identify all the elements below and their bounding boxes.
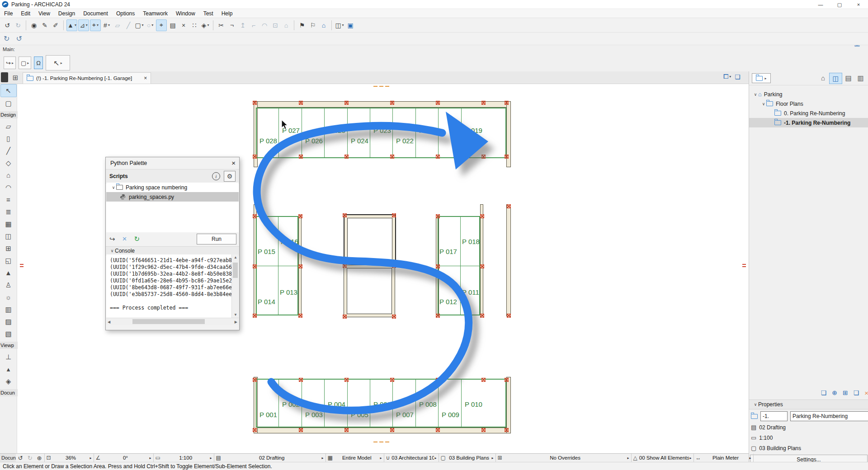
- menu-options[interactable]: Options: [112, 9, 139, 18]
- console-output[interactable]: (UUID('5f646651-21d1-4ebe-a94f-c927eab8(…: [106, 254, 232, 320]
- maximize-button[interactable]: ▢: [830, 0, 849, 9]
- close-button[interactable]: ×: [849, 0, 868, 9]
- move-tool-icon[interactable]: ⌖▾: [90, 19, 101, 31]
- quad-view-icon[interactable]: ⊞: [11, 74, 20, 82]
- split-icon[interactable]: ✂: [216, 20, 226, 31]
- door-tool[interactable]: ◫: [1, 230, 16, 242]
- flag-icon[interactable]: ⚑: [297, 20, 307, 31]
- curtain-wall-tool[interactable]: ▦: [1, 218, 16, 230]
- visor-icon[interactable]: ◫▾: [335, 20, 344, 31]
- open-script-icon[interactable]: ↪: [109, 235, 115, 243]
- skew-grid-icon[interactable]: ▱: [113, 20, 123, 31]
- arrow-cursor-tool[interactable]: ↖▸: [46, 55, 70, 70]
- quick-option-drawing-scale[interactable]: ▭1:100▸: [154, 454, 214, 462]
- hotlink-icon[interactable]: ↻: [4, 34, 9, 43]
- magnet-tool[interactable]: Ω: [34, 56, 43, 69]
- back-home-icon[interactable]: ⌂: [319, 20, 329, 31]
- chevron-down-icon[interactable]: ▾: [75, 23, 76, 27]
- chevron-down-icon[interactable]: ∨: [761, 102, 766, 106]
- pick-pen-icon[interactable]: ✐: [51, 20, 61, 31]
- scroll-left-icon[interactable]: ◀: [108, 320, 110, 324]
- publisher-icon[interactable]: ▥: [854, 73, 867, 83]
- survey-point-icon[interactable]: ⌖: [156, 19, 167, 31]
- frame-icon[interactable]: ▢▾: [134, 20, 144, 31]
- corner-icon[interactable]: ⌐: [249, 20, 259, 31]
- fillet-icon[interactable]: ◠: [259, 20, 269, 31]
- run-button[interactable]: Run: [197, 234, 236, 244]
- inject-parameters-icon[interactable]: ✎: [40, 20, 50, 31]
- property-row-pen-set[interactable]: ▢03 Building Plans: [751, 445, 801, 451]
- skylight-tool[interactable]: ◱: [1, 254, 16, 267]
- chevron-down-icon[interactable]: ▾: [86, 23, 88, 27]
- marquee-tool[interactable]: ▢: [1, 97, 16, 109]
- wall-tool[interactable]: ▱: [1, 120, 16, 132]
- undo-icon[interactable]: ↺: [2, 20, 12, 31]
- script-folder-row[interactable]: ∨ Parking space numbering: [106, 183, 239, 192]
- menu-window[interactable]: Window: [172, 9, 199, 18]
- guide-line-icon[interactable]: ╱: [123, 20, 133, 31]
- save-view-icon[interactable]: ❏: [854, 389, 859, 396]
- active-tab[interactable]: (!) -1. Parking Re-Numbering [-1. Garage…: [23, 72, 151, 84]
- navigator-item--1-parking-re-numbering[interactable]: -1. Parking Re-Numbering: [749, 118, 868, 127]
- chevron-down-icon[interactable]: ▾: [342, 23, 344, 27]
- viewpoint-id-field[interactable]: -1.: [760, 411, 788, 421]
- quick-option-fit-zoom[interactable]: ⊡36%▸: [45, 454, 94, 462]
- floor-plan-view-icon[interactable]: ◫: [829, 73, 842, 84]
- lamp-tool[interactable]: ☼: [1, 291, 16, 303]
- viewpoint-name-field[interactable]: Parking Re-Numbering: [790, 411, 868, 421]
- menu-design[interactable]: Design: [54, 9, 79, 18]
- roof-icon[interactable]: ⌂: [281, 20, 291, 31]
- column-tool[interactable]: ▯: [1, 132, 16, 145]
- zoom-forward-icon[interactable]: ↻: [28, 455, 33, 461]
- palette-title-bar[interactable]: Python Palette: [106, 157, 239, 169]
- menu-help[interactable]: Help: [217, 9, 237, 18]
- roof-tool[interactable]: ⌂: [1, 169, 16, 181]
- menu-view[interactable]: View: [34, 9, 54, 18]
- scrollbar-thumb[interactable]: [132, 319, 205, 324]
- window-tool[interactable]: ⊞: [1, 242, 16, 254]
- chevron-down-icon[interactable]: ∨: [111, 185, 116, 190]
- scroll-up-icon[interactable]: ▲: [234, 255, 237, 259]
- scrollbar-thumb[interactable]: [233, 263, 238, 278]
- stair-tool[interactable]: ≡: [1, 193, 16, 206]
- pickup-parameters-icon[interactable]: ◉: [29, 20, 39, 31]
- info-icon[interactable]: i: [212, 172, 220, 180]
- quick-option-dimension-style[interactable]: ↔Plain Meter▸: [694, 454, 754, 462]
- tab-close-icon[interactable]: ×: [144, 75, 147, 81]
- project-chooser-button[interactable]: ▸: [752, 73, 771, 83]
- railing-tool[interactable]: ≣: [1, 206, 16, 218]
- menu-teamwork[interactable]: Teamwork: [139, 9, 172, 18]
- scroll-down-icon[interactable]: ▼: [234, 313, 237, 317]
- raise-icon[interactable]: ↥: [238, 20, 248, 31]
- new-view-icon[interactable]: ⊕: [832, 389, 837, 396]
- morph-tool[interactable]: ▲: [1, 267, 16, 279]
- chevron-down-icon[interactable]: ▾: [142, 23, 144, 27]
- menu-document[interactable]: Document: [79, 9, 112, 18]
- pet-palette-tool[interactable]: ↪▸: [4, 56, 16, 69]
- navigator-item-0-parking-re-numbering[interactable]: 0. Parking Re-Numbering: [749, 108, 868, 118]
- quick-option-graphic-overrides[interactable]: ⊞No Overrides▸: [496, 454, 632, 462]
- python-palette-window[interactable]: Python Palette × Scripts i ⚙ ∨ Parking s…: [105, 157, 240, 330]
- pop-up-navigator-icon[interactable]: ❏: [735, 73, 741, 80]
- save-view-icon[interactable]: ▣: [345, 20, 355, 31]
- chevron-down-icon[interactable]: ▾: [97, 23, 99, 27]
- object-tool[interactable]: ♙: [1, 279, 16, 291]
- group-icon[interactable]: ∷: [189, 20, 199, 31]
- mesh-tool[interactable]: ▧: [1, 328, 16, 340]
- new-folder-icon[interactable]: ⊞: [843, 389, 848, 396]
- console-horizontal-scrollbar[interactable]: ◀ ▶: [106, 318, 239, 325]
- console-header[interactable]: ∨ Console: [106, 246, 239, 255]
- chevron-down-icon[interactable]: ▾: [207, 23, 209, 27]
- zone-tool[interactable]: ▨: [1, 315, 16, 328]
- chevron-down-icon[interactable]: ∨: [753, 92, 758, 97]
- chevron-down-icon[interactable]: ▾: [108, 23, 110, 27]
- quick-option-orientation[interactable]: ∠0°▸: [94, 454, 154, 462]
- quick-option-model-filter[interactable]: ▦Entire Model▸: [326, 454, 384, 462]
- layout-book-icon[interactable]: ▤: [842, 73, 854, 83]
- menu-file[interactable]: File: [0, 9, 17, 18]
- marquee-tool-icon[interactable]: ⊿▾: [78, 19, 89, 31]
- properties-header[interactable]: ∨ Properties: [749, 400, 868, 409]
- arrow-tool-icon[interactable]: ▲▾: [66, 19, 77, 31]
- close-panel-icon[interactable]: ×: [864, 389, 868, 397]
- fill-icon[interactable]: ◈▾: [200, 20, 210, 31]
